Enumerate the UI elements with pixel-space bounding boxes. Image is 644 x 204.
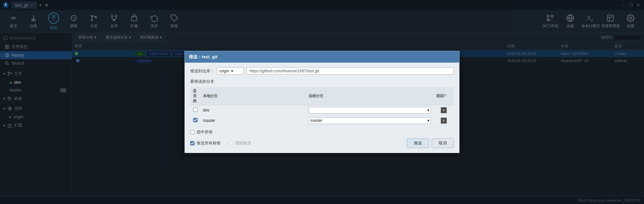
dev-remote-cell: ▾ bbox=[306, 105, 434, 116]
repo-select[interactable]: origin ▾ bbox=[217, 67, 244, 75]
master-remote-cell: master ▾ bbox=[306, 116, 434, 126]
force-push-row: 强制推送 bbox=[229, 140, 251, 146]
dev-branch-cell: dev bbox=[200, 105, 306, 116]
col-push-header: 是否推 bbox=[190, 87, 200, 105]
push-confirm-btn[interactable]: 推送 bbox=[407, 138, 429, 148]
col-remote-header: 远程分支 bbox=[306, 87, 434, 105]
branch-row-master: master master ▾ bbox=[190, 116, 454, 126]
dev-push-checkbox[interactable] bbox=[193, 108, 198, 112]
push-dialog: 推送：test_git 推送到仓库： origin ▾ 要推送的分支 是否推 本 bbox=[184, 51, 460, 153]
force-push-label: 强制推送 bbox=[235, 140, 251, 146]
push-tags-row: 推送所有标签 bbox=[190, 140, 221, 146]
modal-buttons: 推送 取消 bbox=[407, 138, 454, 148]
modal-body: 推送到仓库： origin ▾ 要推送的分支 是否推 本地分支 远程分支 跟踪? bbox=[185, 63, 459, 153]
cancel-btn[interactable]: 取消 bbox=[432, 138, 454, 148]
modal-header: 推送：test_git bbox=[185, 51, 459, 63]
dev-remote-arrow: ▾ bbox=[427, 108, 429, 113]
master-remote-select[interactable]: master ▾ bbox=[309, 117, 431, 124]
select-all-label: 选中所有 bbox=[197, 129, 213, 135]
repo-url-input[interactable] bbox=[247, 67, 454, 75]
select-all-row: 选中所有 bbox=[190, 129, 454, 135]
repo-selected-value: origin bbox=[219, 69, 229, 73]
branch-table: 是否推 本地分支 远程分支 跟踪? dev bbox=[190, 87, 454, 126]
push-tags-label: 推送所有标签 bbox=[197, 140, 221, 146]
master-branch-cell: master bbox=[200, 116, 306, 126]
master-push-checkbox[interactable] bbox=[193, 118, 198, 122]
col-track-header: 跟踪? bbox=[434, 87, 454, 105]
dev-checkbox-cell bbox=[190, 105, 200, 116]
branches-section-title: 要推送的分支 bbox=[190, 79, 454, 84]
select-all-checkbox[interactable] bbox=[190, 130, 195, 134]
modal-overlay: 推送：test_git 推送到仓库： origin ▾ 要推送的分支 是否推 本 bbox=[0, 0, 644, 204]
push-tags-checkbox[interactable] bbox=[190, 141, 195, 145]
master-remote-value: master bbox=[310, 118, 323, 123]
repo-row: 推送到仓库： origin ▾ bbox=[190, 67, 454, 75]
dev-track-cell bbox=[434, 105, 454, 116]
dev-track-checkbox[interactable] bbox=[441, 107, 447, 113]
svg-rect-35 bbox=[443, 109, 445, 111]
repo-label: 推送到仓库： bbox=[190, 68, 214, 74]
master-track-cell bbox=[434, 116, 454, 126]
col-local-header: 本地分支 bbox=[200, 87, 306, 105]
force-push-checkbox[interactable] bbox=[229, 141, 233, 145]
repo-select-arrow: ▾ bbox=[231, 69, 233, 73]
master-track-checkbox[interactable] bbox=[441, 118, 447, 124]
branch-row-dev: dev ▾ bbox=[190, 105, 454, 116]
dev-remote-select[interactable]: ▾ bbox=[309, 107, 431, 114]
master-remote-arrow: ▾ bbox=[427, 118, 429, 123]
svg-rect-37 bbox=[443, 120, 445, 122]
master-checkbox-cell bbox=[190, 116, 200, 126]
modal-title: 推送：test_git bbox=[189, 54, 217, 59]
modal-footer-row: 推送所有标签 强制推送 推送 取消 bbox=[190, 138, 454, 148]
